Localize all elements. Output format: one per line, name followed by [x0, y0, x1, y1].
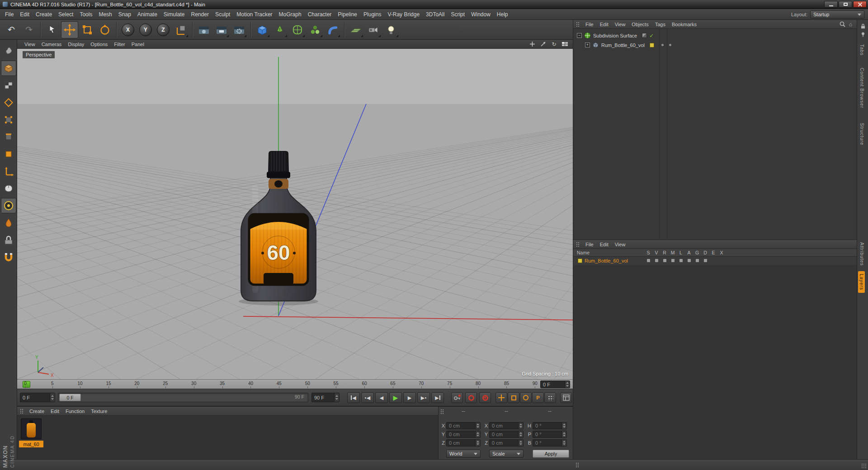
- material-list[interactable]: mat_60: [17, 416, 438, 459]
- layout-dropdown[interactable]: Startup: [810, 10, 864, 19]
- rot-h-field[interactable]: 0 °: [533, 422, 567, 429]
- menu-animate[interactable]: Animate: [134, 10, 160, 19]
- move-tool-button[interactable]: [61, 21, 78, 38]
- menu-window[interactable]: Window: [468, 10, 494, 19]
- col-a[interactable]: A: [685, 249, 693, 255]
- current-frame-field[interactable]: 0 F: [20, 393, 55, 402]
- previous-key-button[interactable]: ◀: [361, 392, 374, 403]
- object-row-subdivision-surface[interactable]: − Subdivision Surface ✓: [573, 31, 857, 40]
- panel-grip[interactable]: [576, 22, 580, 27]
- menu-simulate[interactable]: Simulate: [160, 10, 188, 19]
- vp-menu-cameras[interactable]: Cameras: [39, 41, 65, 48]
- material-thumbnail[interactable]: [21, 418, 42, 439]
- workplane-mode-button[interactable]: [1, 95, 16, 110]
- om-menu-file[interactable]: File: [583, 21, 596, 28]
- menu-file[interactable]: File: [2, 10, 17, 19]
- panel-grip[interactable]: [576, 462, 580, 468]
- undo-button[interactable]: ↶: [3, 21, 20, 38]
- tab-tabs[interactable]: Tabs: [859, 42, 865, 58]
- col-d[interactable]: D: [701, 249, 709, 255]
- render-settings-button[interactable]: [231, 21, 248, 38]
- search-icon[interactable]: [840, 21, 845, 27]
- y-axis-lock-button[interactable]: Y: [137, 21, 154, 38]
- subdivision-surface-button[interactable]: [289, 21, 306, 38]
- add-spline-button[interactable]: [271, 21, 288, 38]
- magnet-button[interactable]: [1, 249, 16, 265]
- panel-grip[interactable]: [576, 242, 580, 247]
- next-key-button[interactable]: ▶: [417, 392, 430, 403]
- col-g[interactable]: G: [693, 249, 701, 255]
- goto-start-button[interactable]: ◀: [347, 392, 360, 403]
- render-view-button[interactable]: [195, 21, 212, 38]
- power-slider-handle[interactable]: 0 F: [59, 394, 81, 401]
- menu-vray-bridge[interactable]: V-Ray Bridge: [384, 10, 423, 19]
- col-x[interactable]: X: [717, 249, 726, 255]
- viewport-solo-button[interactable]: [1, 181, 16, 196]
- polygons-mode-button[interactable]: [1, 146, 16, 162]
- object-list[interactable]: − Subdivision Surface ✓ + Rum_Bottle_60_…: [573, 29, 857, 240]
- layer-color-swatch[interactable]: [578, 258, 582, 263]
- menu-tools[interactable]: Tools: [76, 10, 95, 19]
- z-axis-lock-button[interactable]: Z: [155, 21, 172, 38]
- deformer-button[interactable]: [324, 21, 341, 38]
- pan-view-button[interactable]: [529, 41, 536, 47]
- menu-render[interactable]: Render: [188, 10, 212, 19]
- mat-menu-function[interactable]: Function: [63, 408, 87, 415]
- vp-menu-filter[interactable]: Filter: [111, 41, 127, 48]
- pin-icon[interactable]: [859, 31, 866, 38]
- key-point-level-button[interactable]: [544, 392, 556, 403]
- name-column-header[interactable]: Name: [577, 250, 590, 255]
- editor-visibility-dot[interactable]: [661, 44, 664, 46]
- menu-plugins[interactable]: Plugins: [360, 10, 384, 19]
- pos-x-field[interactable]: 0 cm: [446, 422, 481, 429]
- vp-menu-display[interactable]: Display: [65, 41, 87, 48]
- menu-character[interactable]: Character: [305, 10, 335, 19]
- col-s[interactable]: S: [644, 249, 652, 255]
- texture-mode-button[interactable]: [1, 78, 16, 93]
- rotate-view-button[interactable]: ↻: [551, 41, 557, 47]
- array-button[interactable]: [307, 21, 324, 38]
- lm-menu-edit[interactable]: Edit: [597, 241, 611, 248]
- record-keyframe-button[interactable]: [451, 392, 463, 403]
- mat-menu-create[interactable]: Create: [27, 408, 47, 415]
- vp-menu-view[interactable]: View: [22, 41, 38, 48]
- object-row-rum-bottle[interactable]: + Rum_Bottle_60_vol: [573, 40, 857, 50]
- render-visibility-dot[interactable]: [669, 44, 671, 46]
- col-l[interactable]: L: [677, 249, 685, 255]
- pos-z-field[interactable]: 0 cm: [446, 439, 481, 446]
- menu-script[interactable]: Script: [448, 10, 468, 19]
- apply-button[interactable]: Apply: [533, 450, 569, 458]
- menu-create[interactable]: Create: [33, 10, 55, 19]
- key-scale-button[interactable]: [508, 392, 519, 403]
- panel-grip[interactable]: [20, 409, 24, 414]
- size-z-field[interactable]: 0 cm: [489, 439, 524, 446]
- enabled-check-icon[interactable]: ✓: [649, 33, 654, 39]
- spinner[interactable]: [50, 393, 55, 402]
- mat-menu-texture[interactable]: Texture: [88, 408, 110, 415]
- tab-attributes[interactable]: Attributes: [859, 240, 865, 268]
- power-slider[interactable]: 0 F 90 F: [58, 393, 308, 402]
- x-axis-lock-button[interactable]: X: [119, 21, 137, 38]
- size-y-field[interactable]: 0 cm: [489, 431, 524, 438]
- pos-y-field[interactable]: 0 cm: [446, 431, 481, 438]
- expand-toggle-icon[interactable]: +: [585, 42, 590, 47]
- col-e[interactable]: E: [709, 249, 717, 255]
- panel-grip[interactable]: [440, 409, 444, 414]
- menu-sculpt[interactable]: Sculpt: [212, 10, 233, 19]
- toggle-views-button[interactable]: [561, 41, 568, 47]
- expand-toggle-icon[interactable]: −: [577, 33, 582, 38]
- om-menu-objects[interactable]: Objects: [629, 21, 651, 28]
- menu-mograph[interactable]: MoGraph: [276, 10, 305, 19]
- tab-layers[interactable]: Layers: [858, 271, 865, 293]
- keyframe-selection-button[interactable]: [479, 392, 491, 403]
- object-name[interactable]: Subdivision Surface: [593, 33, 637, 38]
- om-menu-view[interactable]: View: [612, 21, 628, 28]
- previous-frame-button[interactable]: ◀: [375, 392, 388, 403]
- rot-p-field[interactable]: 0 °: [533, 431, 567, 438]
- resize-grip[interactable]: [861, 463, 867, 469]
- size-x-field[interactable]: 0 cm: [489, 422, 524, 429]
- mat-menu-edit[interactable]: Edit: [48, 408, 62, 415]
- menu-snap[interactable]: Snap: [115, 10, 134, 19]
- spinner[interactable]: [565, 381, 570, 388]
- close-button[interactable]: [853, 1, 867, 8]
